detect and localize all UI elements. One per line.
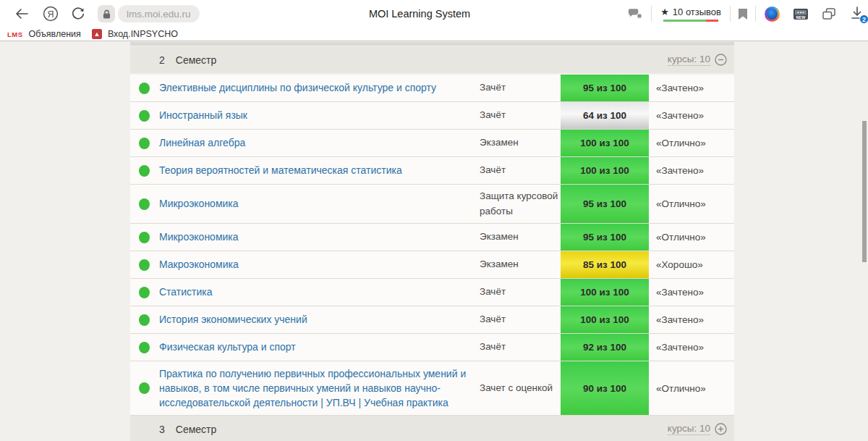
course-row: Линейная алгебра Экзамен 100 из 100 «Отл…: [130, 130, 734, 157]
semester-number: 3: [159, 424, 165, 435]
score-badge: 100 из 100: [561, 130, 649, 156]
star-icon: ★: [660, 7, 669, 17]
course-row: Макроэкономика Экзамен 85 из 100 «Хорошо…: [130, 251, 734, 279]
score-badge: 100 из 100: [561, 306, 649, 333]
course-link[interactable]: Физическая культура и спорт: [159, 340, 296, 354]
chat-icon[interactable]: [628, 6, 644, 22]
semester-header: 2 Семестр курсы: 10: [130, 46, 734, 73]
status-dot-icon: [139, 382, 150, 394]
grade: «Зачтено»: [649, 279, 734, 306]
exam-type: Экзамен: [480, 130, 561, 156]
grade: «Зачтено»: [649, 157, 734, 184]
ssl-lock-icon[interactable]: [98, 5, 115, 22]
score-badge: 95 из 100: [561, 185, 649, 223]
yandex-services-icon[interactable]: Я: [42, 5, 59, 22]
course-row: Микроэкономика Экзамен 95 из 100 «Отличн…: [130, 224, 734, 251]
extension-new-icon[interactable]: NEW: [793, 8, 809, 20]
lms-favicon: LMS: [7, 30, 23, 38]
grade: «Отлично»: [649, 130, 734, 156]
course-link[interactable]: Практика по получению первичных професси…: [159, 366, 469, 411]
semester-label: Семестр: [176, 424, 217, 435]
grade: «Зачтено»: [649, 306, 734, 333]
scrollbar-thumb[interactable]: [862, 121, 867, 262]
course-link[interactable]: Линейная алгебра: [159, 135, 245, 150]
course-link[interactable]: Микроэкономика: [159, 196, 239, 211]
course-row: Теория вероятностей и математическая ста…: [130, 157, 734, 185]
exam-type: Экзамен: [480, 224, 561, 251]
collapse-icon[interactable]: [715, 54, 727, 66]
score-badge: 64 из 100: [561, 102, 649, 129]
address-bar[interactable]: lms.moi.edu.ru: [118, 5, 200, 22]
course-link[interactable]: Теория вероятностей и математическая ста…: [159, 163, 402, 177]
status-dot-icon: [139, 342, 150, 353]
tabs-icon[interactable]: [822, 7, 836, 20]
grade: «Отлично»: [649, 224, 734, 251]
course-link[interactable]: История экономических учений: [159, 312, 307, 327]
exam-type: Зачёт: [480, 334, 561, 361]
exam-type: Зачёт: [480, 279, 561, 306]
score-badge: 90 из 100: [561, 361, 649, 415]
courses-count-link[interactable]: курсы: 10: [668, 423, 710, 435]
score-badge: 95 из 100: [561, 75, 649, 101]
status-dot-icon: [139, 287, 150, 298]
course-row: Микроэкономика Защита курсовой работы 95…: [130, 185, 734, 224]
divider: [730, 6, 731, 22]
divider: [651, 6, 652, 22]
status-dot-icon: [139, 314, 150, 326]
semester-table: 2 Семестр курсы: 10 Элективные дисциплин…: [130, 42, 734, 441]
course-rows: Элективные дисциплины по физической куль…: [130, 75, 734, 416]
reviews-widget[interactable]: ★10 отзывов: [660, 7, 721, 22]
browser-toolbar: Я lms.moi.edu.ru MOI Learning System ★10…: [0, 0, 868, 28]
course-row: Элективные дисциплины по физической куль…: [130, 75, 734, 102]
status-dot-icon: [139, 232, 150, 243]
page-title: MOI Learning System: [275, 0, 564, 28]
grade: «Отлично»: [649, 361, 734, 415]
extension-circle-icon[interactable]: [765, 7, 780, 22]
course-link[interactable]: Элективные дисциплины по физической куль…: [159, 80, 436, 95]
svg-text:NEW: NEW: [796, 14, 807, 19]
course-link[interactable]: Статистика: [159, 285, 213, 299]
status-dot-icon: [139, 138, 150, 149]
expand-icon[interactable]: [715, 423, 727, 435]
divider: [755, 6, 756, 22]
url-text: lms.moi.edu.ru: [127, 9, 191, 20]
courses-count-link[interactable]: курсы: 10: [668, 54, 710, 66]
downloads-badge: 2: [859, 14, 868, 24]
score-badge: 92 из 100: [561, 334, 649, 361]
status-dot-icon: [139, 83, 150, 94]
reviews-count: 10 отзывов: [673, 7, 721, 17]
course-row: Физическая культура и спорт Зачёт 92 из …: [130, 334, 734, 361]
grade: «Отлично»: [649, 185, 734, 223]
refresh-button[interactable]: [69, 5, 87, 22]
course-link[interactable]: Микроэкономика: [159, 230, 239, 244]
svg-text:Я: Я: [47, 9, 54, 20]
grade: «Зачтено»: [649, 75, 734, 101]
course-link[interactable]: Макроэкономика: [159, 257, 239, 272]
downloads-button[interactable]: 2: [849, 5, 867, 22]
score-badge: 100 из 100: [561, 157, 649, 184]
bookmark-label: Объявления: [29, 29, 81, 39]
previous-section-edge: [130, 42, 734, 46]
exam-type: Защита курсовой работы: [480, 185, 561, 223]
status-dot-icon: [139, 165, 150, 177]
semester-label: Семестр: [176, 54, 217, 66]
bookmark-icon[interactable]: [738, 8, 748, 20]
bookmark-lms[interactable]: LMS Объявления: [7, 29, 81, 39]
status-dot-icon: [139, 198, 150, 210]
course-row: История экономических учений Зачёт 100 и…: [130, 306, 734, 334]
grade: «Хорошо»: [649, 251, 734, 278]
rating-bar: [663, 20, 718, 22]
score-badge: 95 из 100: [561, 224, 649, 251]
grade: «Зачтено»: [649, 102, 734, 129]
course-link[interactable]: Иностранный язык: [159, 108, 247, 122]
exam-type: Экзамен: [480, 251, 561, 278]
status-dot-icon: [139, 110, 150, 122]
exam-type: Зачет с оценкой: [480, 361, 561, 415]
bookmark-inpsycho[interactable]: ▲ Вход.INPSYCHO: [92, 29, 178, 39]
course-row: Иностранный язык Зачёт 64 из 100 «Зачтен…: [130, 102, 734, 130]
back-button[interactable]: [13, 5, 30, 22]
bookmarks-bar: LMS Объявления ▲ Вход.INPSYCHO: [0, 28, 868, 41]
exam-type: Зачёт: [480, 102, 561, 129]
status-dot-icon: [139, 259, 150, 271]
course-row: Статистика Зачёт 100 из 100 «Зачтено»: [130, 279, 734, 306]
